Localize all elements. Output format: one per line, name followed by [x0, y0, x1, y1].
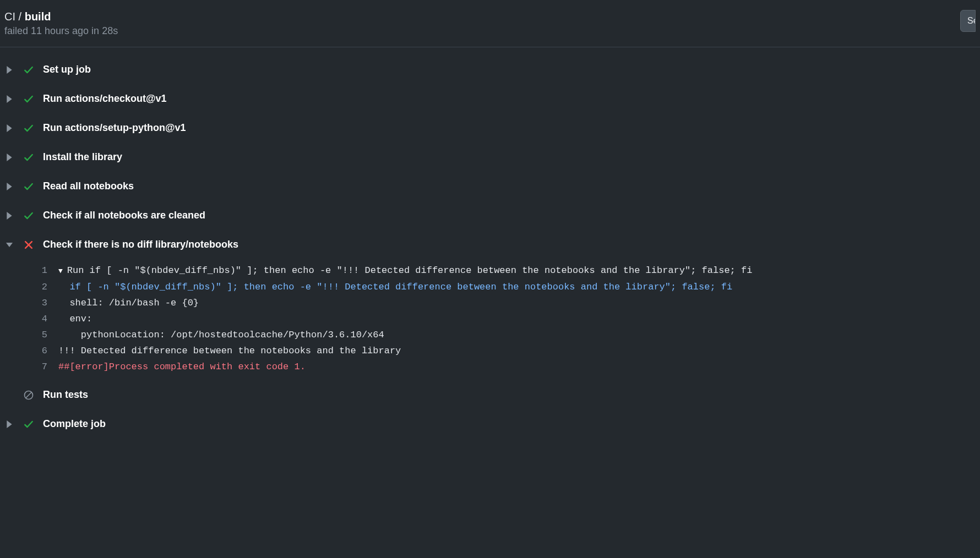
step-row-5[interactable]: Check if all notebooks are cleaned — [0, 201, 980, 230]
chevron-icon — [4, 95, 14, 103]
log-line: 2 if [ -n "$(nbdev_diff_nbs)" ]; then ec… — [25, 279, 980, 295]
skip-icon — [22, 390, 35, 401]
line-text: shell: /bin/bash -e {0} — [58, 295, 199, 311]
step-label: Run actions/setup-python@v1 — [43, 122, 186, 134]
svg-line-3 — [26, 392, 31, 398]
line-number: 1 — [25, 262, 47, 278]
search-logs-input[interactable]: Se — [960, 10, 976, 32]
line-number: 5 — [25, 327, 47, 343]
check-icon — [22, 419, 35, 430]
log-text: shell: /bin/bash -e {0} — [58, 298, 199, 308]
log-text: !!! Detected difference between the note… — [58, 346, 401, 356]
check-icon — [22, 94, 35, 105]
line-text: if [ -n "$(nbdev_diff_nbs)" ]; then echo… — [58, 279, 732, 295]
log-text: Run if [ -n "$(nbdev_diff_nbs)" ]; then … — [67, 265, 753, 276]
chevron-icon — [4, 183, 14, 190]
step-label: Install the library — [43, 151, 122, 163]
step-label: Check if there is no diff library/notebo… — [43, 239, 238, 250]
line-number: 3 — [25, 295, 47, 311]
line-text: !!! Detected difference between the note… — [58, 343, 401, 359]
line-text: pythonLocation: /opt/hostedtoolcache/Pyt… — [58, 327, 384, 343]
job-name: build — [25, 10, 51, 23]
check-icon — [22, 181, 35, 192]
chevron-icon — [4, 66, 14, 74]
line-number: 2 — [25, 279, 47, 295]
title-slash: / — [19, 10, 22, 23]
job-status-line: failed 11 hours ago in 28s — [4, 25, 118, 37]
step-row-8[interactable]: Complete job — [0, 409, 980, 439]
log-line: 6 !!! Detected difference between the no… — [25, 343, 980, 359]
group-toggle-icon[interactable]: ▼ — [58, 267, 63, 275]
check-icon — [22, 123, 35, 134]
x-icon — [22, 239, 35, 250]
check-icon — [22, 64, 35, 75]
step-label: Run tests — [43, 389, 88, 401]
step-row-2[interactable]: Run actions/setup-python@v1 — [0, 113, 980, 143]
log-line: 5 pythonLocation: /opt/hostedtoolcache/P… — [25, 327, 980, 343]
check-icon — [22, 152, 35, 163]
step-row-6[interactable]: Check if there is no diff library/notebo… — [0, 230, 980, 259]
line-text: ▼Run if [ -n "$(nbdev_diff_nbs)" ]; then… — [58, 262, 752, 279]
log-text: pythonLocation: /opt/hostedtoolcache/Pyt… — [58, 330, 384, 340]
job-header-left: CI / build failed 11 hours ago in 28s — [4, 9, 118, 37]
step-row-0[interactable]: Set up job — [0, 55, 980, 84]
step-row-4[interactable]: Read all notebooks — [0, 172, 980, 201]
chevron-icon — [4, 241, 14, 249]
line-text: ##[error]Process completed with exit cod… — [58, 359, 306, 375]
step-label: Run actions/checkout@v1 — [43, 93, 167, 105]
log-line: 3 shell: /bin/bash -e {0} — [25, 295, 980, 311]
log-line: 7 ##[error]Process completed with exit c… — [25, 359, 980, 375]
job-title: CI / build — [4, 9, 118, 24]
step-row-1[interactable]: Run actions/checkout@v1 — [0, 84, 980, 113]
chevron-icon — [4, 420, 14, 428]
step-row-3[interactable]: Install the library — [0, 143, 980, 172]
line-number: 7 — [25, 359, 47, 375]
chevron-icon — [4, 212, 14, 220]
line-text: env: — [58, 311, 92, 327]
log-line: 4 env: — [25, 311, 980, 327]
log-text: ##[error]Process completed with exit cod… — [58, 362, 306, 372]
steps-list: Set up job Run actions/checkout@v1 Run a… — [0, 47, 980, 439]
job-header: CI / build failed 11 hours ago in 28s Se — [0, 0, 980, 47]
log-line: 1 ▼Run if [ -n "$(nbdev_diff_nbs)" ]; th… — [25, 262, 980, 279]
step-label: Check if all notebooks are cleaned — [43, 210, 205, 221]
step-label: Set up job — [43, 64, 91, 75]
log-text: env: — [58, 314, 92, 324]
check-icon — [22, 210, 35, 221]
chevron-icon — [4, 154, 14, 161]
step-label: Complete job — [43, 418, 106, 430]
workflow-name: CI — [4, 10, 15, 23]
log-output: 1 ▼Run if [ -n "$(nbdev_diff_nbs)" ]; th… — [0, 259, 980, 380]
line-number: 6 — [25, 343, 47, 359]
line-number: 4 — [25, 311, 47, 327]
step-label: Read all notebooks — [43, 180, 134, 192]
log-text: if [ -n "$(nbdev_diff_nbs)" ]; then echo… — [58, 282, 732, 292]
chevron-icon — [4, 124, 14, 132]
step-row-7[interactable]: Run tests — [0, 380, 980, 409]
